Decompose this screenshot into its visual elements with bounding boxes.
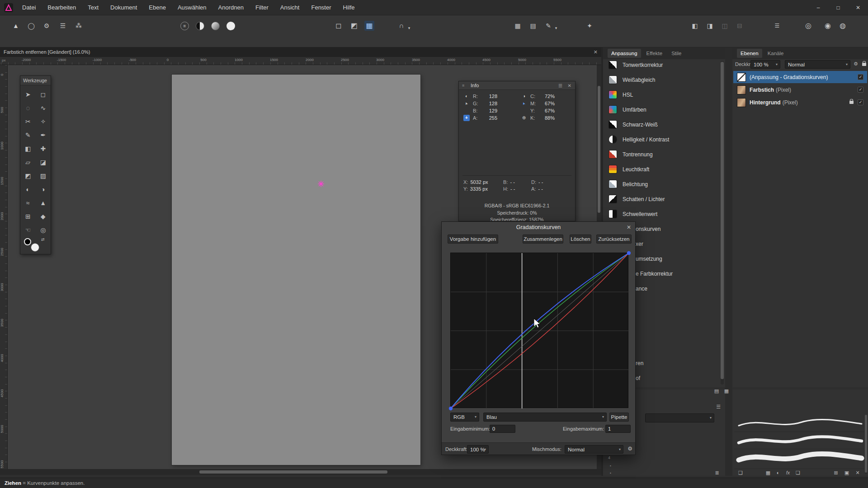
- zoom-tool[interactable]: ◎: [36, 223, 51, 237]
- channel-master-dropdown[interactable]: RGB ▾: [450, 413, 479, 422]
- adjustment-item[interactable]: Schwellenwert: [603, 206, 719, 221]
- preview-toggle-icon[interactable]: ❑: [736, 469, 745, 476]
- selection-intersect-icon[interactable]: ▦: [364, 21, 374, 31]
- adjustment-item[interactable]: Leuchtkraft: [603, 162, 719, 177]
- align-right-icon[interactable]: ◨: [705, 21, 715, 31]
- info-source-icon[interactable]: [521, 108, 527, 114]
- panel-tab[interactable]: Stile: [668, 49, 685, 58]
- assistant-icon[interactable]: ✦: [585, 21, 594, 31]
- adjustment-item[interactable]: Weißabgleich: [603, 72, 719, 87]
- adjustment-item[interactable]: Schatten / Lichter: [603, 192, 719, 206]
- move-tool[interactable]: ➤: [20, 88, 36, 101]
- move-back-icon[interactable]: ⊟: [735, 21, 745, 31]
- adjustment-item[interactable]: Schwarz-Weiß: [603, 117, 719, 132]
- liquify-persona-icon[interactable]: ◯: [26, 21, 36, 31]
- panel-menu-icon[interactable]: ☰: [558, 81, 562, 90]
- preset-category-dropdown[interactable]: ▾: [645, 413, 714, 422]
- adjustment-item[interactable]: Umfärben: [603, 102, 719, 117]
- cursor-icon[interactable]: ➤: [462, 99, 471, 108]
- blend-mode-dropdown[interactable]: Normal ▾: [785, 60, 850, 69]
- menu-item[interactable]: Bearbeiten: [42, 0, 82, 15]
- menu-item[interactable]: Auswählen: [172, 0, 212, 15]
- flood-fill-tool[interactable]: ◩: [20, 169, 36, 183]
- input-max-field[interactable]: 1: [605, 425, 631, 433]
- maximize-button[interactable]: □: [828, 0, 848, 15]
- visibility-checkbox[interactable]: ✓: [858, 87, 863, 93]
- crop-tool[interactable]: ✂: [20, 115, 36, 128]
- paint-brush-tool[interactable]: ✎: [20, 128, 36, 142]
- sampler-target-icon[interactable]: +: [463, 115, 470, 121]
- layer-row[interactable]: Farbstich (Pixel) ✓: [733, 84, 867, 96]
- healing-brush-tool[interactable]: ✚: [36, 142, 51, 155]
- menu-item[interactable]: Ebene: [143, 0, 172, 15]
- adjustment-item[interactable]: Tontrennung: [603, 147, 719, 162]
- auto-color-circle-icon[interactable]: [226, 22, 235, 30]
- color-wheel-icon[interactable]: ◑: [521, 93, 527, 99]
- pixel-grid-icon[interactable]: ▦: [513, 21, 523, 31]
- rotate-view-icon[interactable]: ◉: [823, 21, 833, 31]
- merge-button[interactable]: Zusammenlegen: [523, 235, 563, 244]
- horizontal-scrollbar-thumb[interactable]: [199, 470, 387, 474]
- pen-mode-caret-icon[interactable]: ▾: [553, 23, 559, 33]
- auto-menu-circle-icon[interactable]: ≡: [180, 22, 189, 30]
- group-icon[interactable]: ❏: [794, 469, 802, 476]
- panel-tab[interactable]: Anpassung: [608, 49, 641, 58]
- adjustment-item[interactable]: Tonwertkorrektur: [603, 57, 719, 72]
- color-wheel-icon[interactable]: ◐: [463, 93, 470, 99]
- minimize-button[interactable]: –: [808, 0, 828, 15]
- brush-item[interactable]: [734, 415, 864, 432]
- scrollbar-thumb[interactable]: [721, 62, 724, 379]
- selection-new-icon[interactable]: ◻: [334, 21, 344, 31]
- dock-panel-icon-1[interactable]: ▤: [712, 388, 721, 394]
- opacity-dropdown[interactable]: 100 % ▾: [750, 60, 780, 69]
- scrollbar-thumb[interactable]: [865, 415, 867, 473]
- screen-mode-icon[interactable]: ◍: [838, 21, 848, 31]
- input-min-field[interactable]: 0: [490, 425, 515, 433]
- opacity-dropdown[interactable]: 100 % ▾: [467, 445, 489, 454]
- menu-item[interactable]: Fenster: [305, 0, 337, 15]
- zoom-view-icon[interactable]: ◎: [803, 21, 813, 31]
- cursor-blue-icon[interactable]: ➤: [520, 99, 528, 108]
- photo-persona-icon[interactable]: ▲: [11, 21, 21, 31]
- delete-icon[interactable]: ✕: [854, 469, 862, 476]
- curve-node[interactable]: [627, 251, 631, 255]
- layer-row[interactable]: (Anpassung - Gradationskurven) ✓: [733, 71, 867, 83]
- panel-menu-icon[interactable]: ☰: [716, 404, 721, 410]
- perspective-tool[interactable]: ◆: [36, 210, 51, 223]
- snapping-icon[interactable]: ∩: [396, 21, 406, 31]
- pen-mode-icon[interactable]: ✎: [543, 21, 553, 31]
- tone-mapping-persona-icon[interactable]: ☰: [58, 21, 68, 31]
- swap-colors-icon[interactable]: ⇄: [41, 237, 45, 242]
- menu-item[interactable]: Ansicht: [274, 0, 306, 15]
- document-close-icon[interactable]: ✕: [594, 47, 598, 57]
- selection-add-icon[interactable]: ◩: [349, 21, 359, 31]
- delete-button[interactable]: Löschen: [570, 235, 591, 244]
- burn-tool[interactable]: ◑: [36, 183, 51, 196]
- settings-icon[interactable]: ▣: [843, 469, 851, 476]
- channel-dropdown[interactable]: Blau ▾: [483, 413, 607, 422]
- develop-persona-icon[interactable]: ⚙: [42, 21, 52, 31]
- eraser-tool[interactable]: ▱: [20, 155, 36, 169]
- snapping-caret-icon[interactable]: ▾: [406, 23, 412, 33]
- foreground-color-swatch[interactable]: [31, 243, 39, 252]
- add-icon[interactable]: ⊞: [832, 469, 840, 476]
- auto-levels-circle-icon[interactable]: [211, 22, 220, 30]
- menu-item[interactable]: Dokument: [104, 0, 143, 15]
- export-persona-icon[interactable]: ⁂: [74, 21, 84, 31]
- gear-icon[interactable]: ⚙: [627, 446, 632, 452]
- panel-close-icon[interactable]: ✕: [568, 81, 571, 90]
- vertical-scrollbar-thumb[interactable]: [598, 86, 600, 213]
- gradient-tool[interactable]: ▨: [36, 169, 51, 183]
- adjustment-item[interactable]: Helligkeit / Kontrast: [603, 132, 719, 147]
- panel-tab[interactable]: Ebenen: [737, 49, 762, 58]
- adjustment-icon[interactable]: ◐: [774, 469, 782, 476]
- lasso-tool[interactable]: ◌: [20, 101, 36, 115]
- blur-tool[interactable]: ≈: [20, 196, 36, 210]
- mask-icon[interactable]: ▦: [764, 469, 772, 476]
- document-page[interactable]: [172, 75, 420, 465]
- dock-panel-icon-2[interactable]: ▦: [722, 388, 731, 394]
- menu-item[interactable]: Hilfe: [337, 0, 361, 15]
- horizontal-scrollbar[interactable]: [0, 469, 601, 475]
- menu-item[interactable]: Datei: [16, 0, 42, 15]
- menu-item[interactable]: Anordnen: [212, 0, 250, 15]
